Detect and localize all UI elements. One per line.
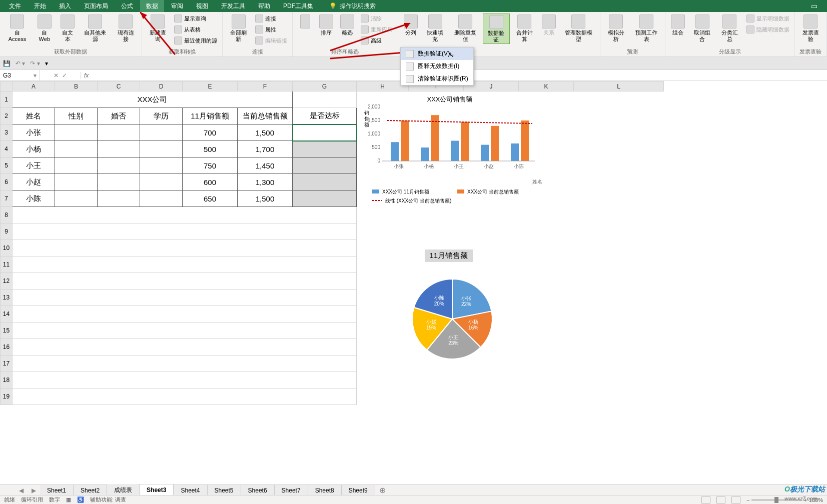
cell[interactable]: 性别 <box>55 108 98 124</box>
redo-icon[interactable]: ↷ ▾ <box>30 60 40 67</box>
sheet-tab[interactable]: Sheet6 <box>241 485 275 496</box>
cell[interactable]: 当前总销售额 <box>238 108 293 124</box>
row-header[interactable]: 8 <box>1 207 13 224</box>
existing-conn-button[interactable]: 现有连接 <box>113 14 139 43</box>
cell[interactable]: 11月销售额 <box>183 108 238 124</box>
show-detail-button[interactable]: 显示明细数据 <box>744 14 791 24</box>
select-all-button[interactable] <box>1 82 13 92</box>
group-button[interactable]: 组合 <box>668 14 687 37</box>
from-text-button[interactable]: 自文本 <box>58 14 78 43</box>
relationships-button[interactable]: 关系 <box>539 14 558 37</box>
data-validation-menu-item[interactable]: 数据验证(V)... <box>401 48 473 60</box>
tab-dev[interactable]: 开发工具 <box>215 0 251 12</box>
whatif-button[interactable]: 模拟分析 <box>603 14 629 43</box>
cell[interactable]: 姓名 <box>13 108 55 124</box>
sheet-tab[interactable]: Sheet4 <box>174 485 207 496</box>
circle-invalid-menu-item[interactable]: 圈释无效数据(I) <box>401 60 473 72</box>
tab-pdf[interactable]: PDF工具集 <box>277 0 319 12</box>
check-icon[interactable]: ✓ <box>62 72 67 79</box>
hide-detail-button[interactable]: 隐藏明细数据 <box>744 24 791 34</box>
undo-icon[interactable]: ↶ ▾ <box>16 60 25 67</box>
ungroup-button[interactable]: 取消组合 <box>689 14 715 43</box>
cell[interactable]: 学历 <box>140 108 183 124</box>
col-header[interactable]: G <box>293 82 357 92</box>
col-header[interactable]: A <box>13 82 55 92</box>
new-sheet-button[interactable]: ⊕ <box>375 486 390 495</box>
clear-circles-menu-item[interactable]: 清除验证标识圈(R) <box>401 72 473 85</box>
edit-links-button[interactable]: 编辑链接 <box>253 36 289 46</box>
subtotal-button[interactable]: 分类汇总 <box>717 14 742 43</box>
sheet-tab[interactable]: Sheet2 <box>74 485 107 496</box>
row-header[interactable]: 1 <box>1 92 13 108</box>
active-cell[interactable] <box>293 124 357 141</box>
page-break-view-icon[interactable] <box>731 496 740 504</box>
save-icon[interactable]: 💾 <box>3 60 11 67</box>
svg-text:XXX公司 当前总销售额: XXX公司 当前总销售额 <box>467 189 519 194</box>
row-header[interactable]: 7 <box>1 190 13 207</box>
invoice-check-button[interactable]: 发票查验 <box>798 14 823 43</box>
page-layout-view-icon[interactable] <box>716 496 725 504</box>
sheet-nav-prev-icon[interactable]: ◀ <box>15 487 28 494</box>
cell-title[interactable]: XXX公司 <box>13 92 293 108</box>
row-header[interactable]: 6 <box>1 174 13 190</box>
sort-asc-button[interactable] <box>296 14 315 30</box>
col-header[interactable]: D <box>140 82 183 92</box>
tell-me-search[interactable]: 💡 操作说明搜索 <box>329 2 376 10</box>
consolidate-button[interactable]: 合并计算 <box>512 14 537 43</box>
properties-button[interactable]: 属性 <box>253 24 289 34</box>
svg-text:小王: 小王 <box>448 334 458 340</box>
from-web-button[interactable]: 自 Web <box>34 14 56 43</box>
clear-filter-button[interactable]: 清除 <box>359 14 395 24</box>
col-header[interactable]: K <box>519 82 574 92</box>
col-header[interactable]: L <box>574 82 664 92</box>
normal-view-icon[interactable] <box>701 496 710 504</box>
tab-data[interactable]: 数据 <box>140 0 164 12</box>
cancel-icon[interactable]: ✕ <box>54 72 59 79</box>
tab-formula[interactable]: 公式 <box>115 0 139 12</box>
data-validation-button[interactable]: 数据验证 <box>483 14 509 44</box>
accessibility-icon[interactable]: ♿ <box>77 496 84 503</box>
ribbon-collapse-icon[interactable]: ▭ <box>804 2 824 10</box>
row-header[interactable]: 5 <box>1 158 13 174</box>
tab-view[interactable]: 视图 <box>190 0 214 12</box>
recorder-icon[interactable]: ▦ <box>66 496 71 503</box>
row-header[interactable]: 4 <box>1 141 13 158</box>
cell[interactable]: 婚否 <box>98 108 140 124</box>
tab-review[interactable]: 审阅 <box>165 0 189 12</box>
worksheet[interactable]: A B C D E F G H I J K L 1XXX公司 XXX公司销售额 … <box>0 81 827 406</box>
col-header[interactable]: E <box>183 82 238 92</box>
sheet-tab[interactable]: Sheet5 <box>208 485 241 496</box>
sheet-nav-next-icon[interactable]: ▶ <box>28 487 40 494</box>
zoom-out-icon[interactable]: − <box>746 497 749 503</box>
remove-dup-button[interactable]: 删除重复值 <box>450 14 481 43</box>
tab-help[interactable]: 帮助 <box>252 0 276 12</box>
cell[interactable]: 小张 <box>13 124 55 141</box>
fx-icon[interactable]: fx <box>81 72 92 79</box>
col-header[interactable]: C <box>98 82 140 92</box>
from-other-button[interactable]: 自其他来源 <box>80 14 111 43</box>
row-header[interactable]: 3 <box>1 124 13 141</box>
sheet-tab[interactable]: Sheet7 <box>275 485 308 496</box>
sheet-tab[interactable]: Sheet1 <box>40 485 74 496</box>
flash-fill-button[interactable]: 快速填充 <box>422 14 448 43</box>
row-header[interactable]: 2 <box>1 108 13 124</box>
customize-icon[interactable]: ▾ <box>45 60 48 67</box>
connections-button[interactable]: 连接 <box>253 14 289 24</box>
refresh-all-button[interactable]: 全部刷新 <box>226 14 251 43</box>
from-access-button[interactable]: 自 Access <box>3 14 32 43</box>
tab-layout[interactable]: 页面布局 <box>78 0 114 12</box>
col-header[interactable]: F <box>238 82 293 92</box>
cell[interactable]: 是否达标 <box>293 108 357 124</box>
sheet-tab[interactable]: Sheet3 <box>140 484 174 496</box>
sheet-tab[interactable]: Sheet9 <box>342 485 375 496</box>
sheet-tab[interactable]: Sheet8 <box>308 485 342 496</box>
pie-chart[interactable]: 小张22%小杨16%小王23%小赵19%小陈20% <box>397 264 507 374</box>
tab-file[interactable]: 文件 <box>3 0 27 12</box>
forecast-button[interactable]: 预测工作表 <box>631 14 662 43</box>
name-box[interactable]: G3▾ <box>0 70 40 80</box>
data-model-button[interactable]: 管理数据模型 <box>560 14 597 43</box>
col-header[interactable]: B <box>55 82 98 92</box>
tab-insert[interactable]: 插入 <box>53 0 77 12</box>
tab-home[interactable]: 开始 <box>28 0 52 12</box>
bar-chart[interactable]: XXX公司销售额 销 售 额 2,000 1,500 1,000 500 0 <box>357 94 542 212</box>
